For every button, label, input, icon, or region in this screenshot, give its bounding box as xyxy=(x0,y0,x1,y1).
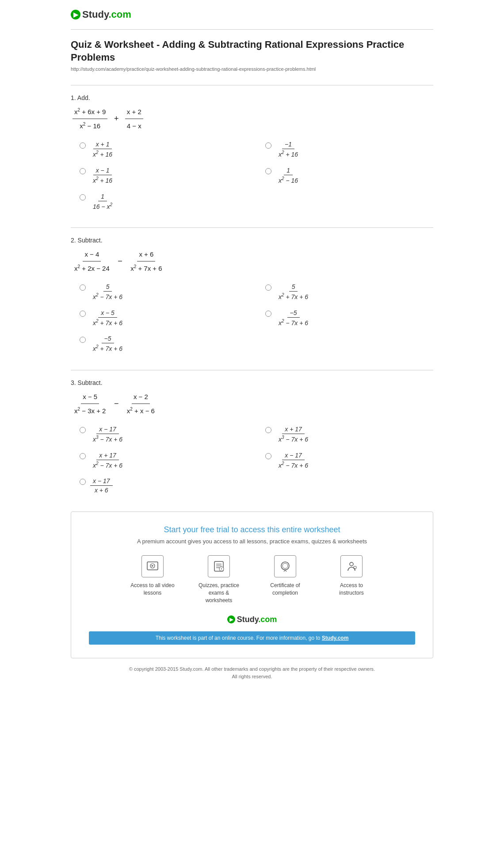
q1-radio-e[interactable] xyxy=(80,194,86,200)
feature-quizzes-label: Quizzes, practice exams & worksheets xyxy=(195,582,243,604)
q3-answer-d[interactable]: x − 17 x2 − 7x + 6 xyxy=(265,452,433,469)
feature-instructors-label: Access to instructors xyxy=(327,582,376,597)
question-3-problem: x − 5 x2 − 3x + 2 − x − 2 x2 + x − 6 xyxy=(71,391,433,417)
q2-f2-num: x + 6 xyxy=(137,248,155,261)
promo-banner-link[interactable]: Study.com xyxy=(322,635,348,641)
q3-f1-num: x − 5 xyxy=(81,391,99,404)
q3-fraction-b: x + 17 x3 − 7x + 6 xyxy=(276,426,311,443)
q2-radio-a[interactable] xyxy=(80,284,86,291)
svg-point-14 xyxy=(350,562,353,566)
q2-answer-b[interactable]: 5 x2 + 7x + 6 xyxy=(265,283,433,300)
video-icon xyxy=(141,555,164,577)
instructors-icon xyxy=(340,555,363,577)
q2-fraction-c: x − 5 x2 + 7x + 6 xyxy=(90,309,125,327)
q1-f2-num: x + 2 xyxy=(125,106,143,119)
q3-fraction-c: x + 17 x2 − 7x + 6 xyxy=(90,452,125,469)
q1-answer-d[interactable]: 1 x2 − 16 xyxy=(265,167,433,184)
q2-answer-d[interactable]: −5 x2 − 7x + 6 xyxy=(265,309,433,327)
q2-fraction1: x − 4 x2 + 2x − 24 xyxy=(73,248,111,274)
certificate-icon xyxy=(274,555,296,577)
q1-radio-a[interactable] xyxy=(80,142,86,149)
promo-logo-text: Study.com xyxy=(237,615,277,624)
page-title: Quiz & Worksheet - Adding & Subtracting … xyxy=(71,38,433,64)
question-2-label: 2. Subtract. xyxy=(71,237,433,244)
q1-radio-d[interactable] xyxy=(265,168,271,174)
q1-answer-a[interactable]: x + 1 x2 + 16 xyxy=(80,141,248,158)
q1-fraction-b: −1 x2 + 16 xyxy=(276,141,301,158)
promo-features: Access to all video lessons Quizzes, pra xyxy=(89,555,415,604)
q2-radio-c[interactable] xyxy=(80,311,86,317)
svg-point-9 xyxy=(221,570,221,570)
q2-answer-e-container: −5 x2 + 7x + 6 xyxy=(80,335,433,352)
q2-divider xyxy=(71,370,433,370)
q1-answer-e[interactable]: 1 16 − x2 xyxy=(80,193,433,210)
question-1: 1. Add. x2 + 6x + 9 x2 − 16 + x + 2 4 − … xyxy=(71,94,433,210)
q1-fraction-a: x + 1 x2 + 16 xyxy=(90,141,115,158)
q3-radio-b[interactable] xyxy=(265,427,271,433)
q2-fraction-d: −5 x2 − 7x + 6 xyxy=(276,309,311,327)
q1-answer-c[interactable]: x − 1 x2 + 16 xyxy=(80,167,248,184)
q3-radio-e[interactable] xyxy=(80,479,86,485)
copyright: © copyright 2003-2015 Study.com. All oth… xyxy=(71,665,433,681)
q3-f2-den: x2 + x − 6 xyxy=(125,404,157,417)
q2-answer-a[interactable]: 5 x2 − 7x + 6 xyxy=(80,283,248,300)
q1-f1-num: x2 + 6x + 9 xyxy=(73,106,107,119)
q3-fraction-a: x − 17 x3 − 7x + 6 xyxy=(90,426,125,443)
q1-fraction-e: 1 16 − x2 xyxy=(90,193,115,210)
promo-logo: ▶ Study.com xyxy=(89,615,415,624)
q1-answers-grid: x + 1 x2 + 16 −1 x2 + 16 x − 1 x2 + 16 xyxy=(80,141,433,184)
q3-radio-d[interactable] xyxy=(265,453,271,459)
q1-f1-den: x2 − 16 xyxy=(78,119,102,132)
q2-answer-e[interactable]: −5 x2 + 7x + 6 xyxy=(80,335,433,352)
q1-answer-e-container: 1 16 − x2 xyxy=(80,193,433,210)
q1-radio-b[interactable] xyxy=(265,142,271,149)
q2-operator: − xyxy=(118,254,122,268)
q2-fraction-a: 5 x2 − 7x + 6 xyxy=(90,283,125,300)
feature-instructors: Access to instructors xyxy=(327,555,376,604)
q3-f2-num: x − 2 xyxy=(132,391,150,404)
q2-radio-e[interactable] xyxy=(80,337,86,343)
question-1-problem: x2 + 6x + 9 x2 − 16 + x + 2 4 − x xyxy=(71,106,433,132)
promo-subtitle: A premium account gives you access to al… xyxy=(89,538,415,545)
q3-answer-a[interactable]: x − 17 x3 − 7x + 6 xyxy=(80,426,248,443)
q1-fraction2: x + 2 4 − x xyxy=(125,106,143,132)
q2-fraction2: x + 6 x2 + 7x + 6 xyxy=(129,248,164,274)
q2-answer-c[interactable]: x − 5 x2 + 7x + 6 xyxy=(80,309,248,327)
q1-f2-den: 4 − x xyxy=(125,119,143,132)
q3-answer-e[interactable]: x − 17 x + 6 xyxy=(80,477,433,494)
q1-fraction1: x2 + 6x + 9 x2 − 16 xyxy=(73,106,107,132)
q3-radio-a[interactable] xyxy=(80,427,86,433)
q2-radio-d[interactable] xyxy=(265,311,271,317)
q3-radio-c[interactable] xyxy=(80,453,86,459)
q2-radio-b[interactable] xyxy=(265,284,271,291)
q1-fraction-d: 1 x2 − 16 xyxy=(276,167,301,184)
site-logo: ▶ Study.com xyxy=(71,9,433,20)
feature-video-label: Access to all video lessons xyxy=(128,582,177,597)
q1-radio-c[interactable] xyxy=(80,168,86,174)
q3-operator: − xyxy=(114,396,119,411)
feature-quizzes: Quizzes, practice exams & worksheets xyxy=(195,555,243,604)
top-divider xyxy=(71,29,433,30)
q3-fraction-d: x − 17 x2 − 7x + 6 xyxy=(276,452,311,469)
q3-fraction-e: x − 17 x + 6 xyxy=(90,477,113,494)
title-divider xyxy=(71,85,433,85)
question-2-problem: x − 4 x2 + 2x − 24 − x + 6 x2 + 7x + 6 xyxy=(71,248,433,274)
q3-answer-e-container: x − 17 x + 6 xyxy=(80,477,433,494)
q1-operator: + xyxy=(114,111,119,126)
logo-text: Study.com xyxy=(82,9,131,20)
question-3-label: 3. Subtract. xyxy=(71,379,433,386)
q3-answer-c[interactable]: x + 17 x2 − 7x + 6 xyxy=(80,452,248,469)
q3-answer-b[interactable]: x + 17 x3 − 7x + 6 xyxy=(265,426,433,443)
quizzes-icon xyxy=(208,555,230,577)
svg-point-11 xyxy=(283,563,288,569)
feature-video: Access to all video lessons xyxy=(128,555,177,604)
promo-banner: This worksheet is part of an online cour… xyxy=(89,631,415,645)
question-2: 2. Subtract. x − 4 x2 + 2x − 24 − x + 6 … xyxy=(71,237,433,352)
promo-logo-icon: ▶ xyxy=(227,615,235,623)
q1-answer-b[interactable]: −1 x2 + 16 xyxy=(265,141,433,158)
q2-f1-den: x2 + 2x − 24 xyxy=(73,261,111,274)
feature-certificate-label: Certificate of completion xyxy=(261,582,309,597)
q1-divider xyxy=(71,227,433,228)
q2-answers-grid: 5 x2 − 7x + 6 5 x2 + 7x + 6 x − 5 x2 + 7… xyxy=(80,283,433,326)
q1-fraction-c: x − 1 x2 + 16 xyxy=(90,167,115,184)
